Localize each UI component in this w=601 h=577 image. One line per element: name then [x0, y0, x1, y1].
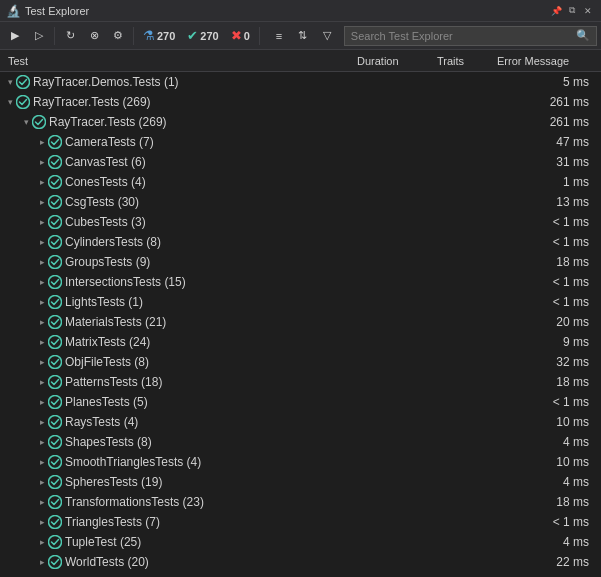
node-label: MaterialsTests (21) — [65, 315, 517, 329]
sort-button[interactable]: ⇅ — [292, 25, 314, 47]
svg-point-14 — [49, 356, 62, 369]
tree-row[interactable]: ▸ ObjFileTests (8)32 ms — [0, 352, 601, 372]
node-label: MatrixTests (24) — [65, 335, 517, 349]
tree-row[interactable]: ▸ CylindersTests (8)< 1 ms — [0, 232, 601, 252]
expand-btn[interactable]: ▸ — [36, 456, 48, 468]
expand-btn[interactable]: ▾ — [20, 116, 32, 128]
svg-point-21 — [49, 496, 62, 509]
tree-row[interactable]: ▸ TrianglesTests (7)< 1 ms — [0, 512, 601, 532]
col-header-error[interactable]: Error Message — [497, 55, 597, 67]
status-icon-passed — [48, 535, 62, 549]
close-button[interactable]: ✕ — [581, 4, 595, 18]
tree-row[interactable]: ▸ LightsTests (1)< 1 ms — [0, 292, 601, 312]
expand-btn[interactable]: ▸ — [36, 316, 48, 328]
expand-btn[interactable]: ▸ — [36, 236, 48, 248]
expand-btn[interactable]: ▸ — [36, 476, 48, 488]
node-label: SpheresTests (19) — [65, 475, 517, 489]
status-icon-passed — [48, 455, 62, 469]
node-duration: < 1 ms — [517, 295, 597, 309]
tree-row[interactable]: ▸ TupleTest (25)4 ms — [0, 532, 601, 552]
col-header-traits[interactable]: Traits — [437, 55, 497, 67]
tree-row[interactable]: ▾ RayTracer.Tests (269)261 ms — [0, 92, 601, 112]
expand-btn[interactable]: ▸ — [36, 356, 48, 368]
node-duration: 18 ms — [517, 495, 597, 509]
svg-point-6 — [49, 196, 62, 209]
status-icon-passed — [48, 555, 62, 569]
refresh-button[interactable]: ↻ — [59, 25, 81, 47]
expand-btn[interactable]: ▸ — [36, 396, 48, 408]
tree-row[interactable]: ▸ PlanesTests (5)< 1 ms — [0, 392, 601, 412]
expand-btn[interactable]: ▸ — [36, 516, 48, 528]
expand-btn[interactable]: ▸ — [36, 556, 48, 568]
expand-btn[interactable]: ▸ — [36, 376, 48, 388]
total-count-badge[interactable]: ⚗ 270 — [138, 26, 180, 46]
tree-row[interactable]: ▾ RayTracer.Demos.Tests (1)5 ms — [0, 72, 601, 92]
tree-row[interactable]: ▸ SmoothTrianglesTests (4)10 ms — [0, 452, 601, 472]
pin-button[interactable]: 📌 — [549, 4, 563, 18]
svg-point-2 — [33, 116, 46, 129]
svg-point-12 — [49, 316, 62, 329]
tree-row[interactable]: ▸ RaysTests (4)10 ms — [0, 412, 601, 432]
tree-row[interactable]: ▸ SpheresTests (19)4 ms — [0, 472, 601, 492]
tree-row[interactable]: ▸ ShapesTests (8)4 ms — [0, 432, 601, 452]
group-by-button[interactable]: ≡ — [268, 25, 290, 47]
tree-row[interactable]: ▸ MatrixTests (24)9 ms — [0, 332, 601, 352]
tree-row[interactable]: ▸ MaterialsTests (21)20 ms — [0, 312, 601, 332]
toolbar-right: ≡ ⇅ ▽ — [268, 25, 338, 47]
node-duration: < 1 ms — [517, 215, 597, 229]
node-label: TupleTest (25) — [65, 535, 517, 549]
svg-point-15 — [49, 376, 62, 389]
tree-container[interactable]: ▾ RayTracer.Demos.Tests (1)5 ms▾ RayTrac… — [0, 72, 601, 577]
float-button[interactable]: ⧉ — [565, 4, 579, 18]
filter-button[interactable]: ▽ — [316, 25, 338, 47]
expand-btn[interactable]: ▾ — [4, 96, 16, 108]
expand-btn[interactable]: ▾ — [4, 76, 16, 88]
expand-btn[interactable]: ▸ — [36, 216, 48, 228]
run-selected-button[interactable]: ▷ — [28, 25, 50, 47]
svg-point-4 — [49, 156, 62, 169]
expand-btn[interactable]: ▸ — [36, 336, 48, 348]
tree-row[interactable]: ▸ CameraTests (7)47 ms — [0, 132, 601, 152]
run-all-button[interactable]: ▶ — [4, 25, 26, 47]
expand-btn[interactable]: ▸ — [36, 276, 48, 288]
tree-row[interactable]: ▾ RayTracer.Tests (269)261 ms — [0, 112, 601, 132]
expand-btn[interactable]: ▸ — [36, 436, 48, 448]
tree-row[interactable]: ▸ PatternsTests (18)18 ms — [0, 372, 601, 392]
tree-row[interactable]: ▸ CsgTests (30)13 ms — [0, 192, 601, 212]
status-icon-passed — [48, 315, 62, 329]
expand-btn[interactable]: ▸ — [36, 136, 48, 148]
tree-row[interactable]: ▸ CanvasTest (6)31 ms — [0, 152, 601, 172]
tree-row[interactable]: ▸ ConesTests (4)1 ms — [0, 172, 601, 192]
tree-row[interactable]: ▸ WorldTests (20)22 ms — [0, 552, 601, 572]
settings-button[interactable]: ⚙ — [107, 25, 129, 47]
expand-btn[interactable]: ▸ — [36, 416, 48, 428]
expand-btn[interactable]: ▸ — [36, 196, 48, 208]
node-duration: 261 ms — [517, 95, 597, 109]
tree-row[interactable]: ▸ IntersectionsTests (15)< 1 ms — [0, 272, 601, 292]
expand-btn[interactable]: ▸ — [36, 256, 48, 268]
cancel-button[interactable]: ⊗ — [83, 25, 105, 47]
failed-count-badge[interactable]: ✖ 0 — [226, 26, 255, 46]
title-bar-title: Test Explorer — [25, 5, 89, 17]
svg-point-8 — [49, 236, 62, 249]
svg-point-22 — [49, 516, 62, 529]
col-header-duration[interactable]: Duration — [357, 55, 437, 67]
col-header-test[interactable]: Test — [4, 55, 357, 67]
expand-btn[interactable]: ▸ — [36, 536, 48, 548]
column-headers: Test Duration Traits Error Message — [0, 50, 601, 72]
status-icon-passed — [48, 375, 62, 389]
status-icon-passed — [48, 415, 62, 429]
svg-point-1 — [17, 96, 30, 109]
passed-count-badge[interactable]: ✔ 270 — [182, 26, 223, 46]
expand-btn[interactable]: ▸ — [36, 176, 48, 188]
node-label: PlanesTests (5) — [65, 395, 517, 409]
expand-btn[interactable]: ▸ — [36, 156, 48, 168]
search-input[interactable] — [351, 30, 576, 42]
tree-row[interactable]: ▸ GroupsTests (9)18 ms — [0, 252, 601, 272]
expand-btn[interactable]: ▸ — [36, 296, 48, 308]
expand-btn[interactable]: ▸ — [36, 496, 48, 508]
flask-icon: ⚗ — [143, 28, 155, 43]
node-duration: 261 ms — [517, 115, 597, 129]
tree-row[interactable]: ▸ TransformationsTests (23)18 ms — [0, 492, 601, 512]
tree-row[interactable]: ▸ CubesTests (3)< 1 ms — [0, 212, 601, 232]
